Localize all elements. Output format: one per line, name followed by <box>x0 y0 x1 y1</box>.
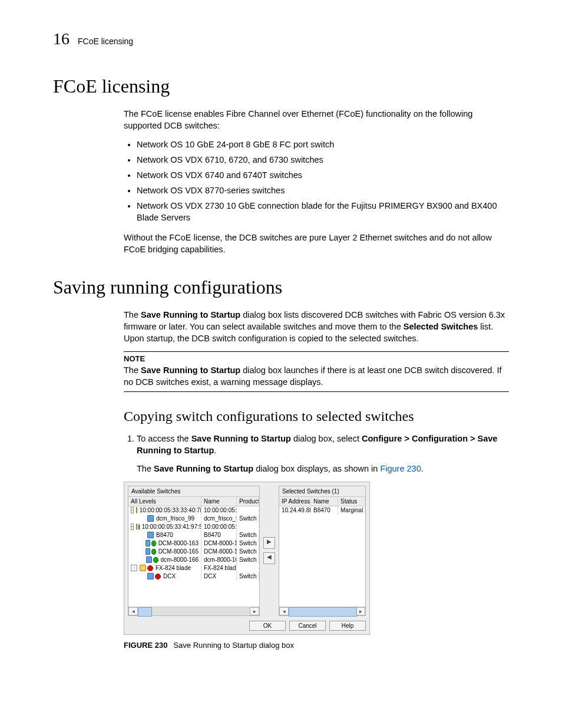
host-icon <box>140 565 146 571</box>
tree-node-label[interactable]: -FX-824 blade <box>128 564 201 572</box>
cell-name: dcm-8000-166 <box>201 555 237 564</box>
node-text: B8470 <box>156 532 173 538</box>
tree-node-label[interactable]: DCX <box>128 572 201 581</box>
paragraph: The Save Running to Startup dialog box l… <box>124 309 509 344</box>
status-dot-icon <box>151 541 156 546</box>
section-heading-fcoe: FCoE licensing <box>53 75 509 97</box>
col-status[interactable]: Status <box>338 497 365 506</box>
table-row[interactable]: dcm-8000-166dcm-8000-166Switch <box>128 556 259 564</box>
cell-name: DCM-8000-163 <box>201 539 237 548</box>
switch-icon <box>146 556 152 563</box>
ok-button[interactable]: OK <box>249 621 286 631</box>
cell-name: FX-824 blade <box>201 564 237 572</box>
chapter-number: 16 <box>53 29 70 48</box>
list-item: Network OS 10 GbE 24-port 8 GbE 8 FC por… <box>137 139 509 150</box>
text: . <box>214 446 216 455</box>
table-row[interactable]: -FX-824 bladeFX-824 blade <box>128 564 259 572</box>
col-name[interactable]: Name <box>201 497 237 506</box>
host-icon <box>136 507 137 513</box>
move-left-button[interactable]: ◀ <box>263 552 275 564</box>
table-row[interactable]: -10:00:00:05:33:33:40:7F10:00:00:05:… <box>128 506 259 515</box>
cell-product: Switch <box>237 539 259 548</box>
horizontal-scrollbar[interactable]: ◂ ▸ <box>128 607 259 615</box>
text-bold: Save Running to Startup <box>141 310 240 319</box>
expand-toggle-icon[interactable]: - <box>131 507 134 513</box>
col-ip[interactable]: IP Address <box>279 497 311 506</box>
table-row[interactable]: DCM-8000-165DCM-8000-165Switch <box>128 548 259 556</box>
page: 16 FCoE licensing FCoE licensing The FCo… <box>0 0 562 728</box>
text: The <box>124 365 141 375</box>
switch-icon <box>146 540 150 546</box>
status-dot-icon <box>153 557 158 563</box>
node-text: 10:00:00:05:33:33:40:7F <box>140 507 201 513</box>
paragraph: The Save Running to Startup dialog box d… <box>137 463 509 475</box>
save-running-dialog: Available Switches All Levels Name Produ… <box>124 482 370 635</box>
tree-node-label[interactable]: dcm_frisco_99 <box>128 514 201 523</box>
panel-title: Available Switches <box>128 486 259 497</box>
text-bold: Selected Switches <box>404 322 478 331</box>
help-button[interactable]: Help <box>329 621 366 631</box>
col-name[interactable]: Name <box>311 497 338 506</box>
cell-name: 10:00:00:05:… <box>201 506 237 515</box>
scroll-left-arrow-icon[interactable]: ◂ <box>128 607 138 615</box>
chapter-title: FCoE licensing <box>78 37 133 46</box>
subsection-heading: Copying switch configurations to selecte… <box>124 409 509 424</box>
col-all-levels[interactable]: All Levels <box>128 497 201 506</box>
table-row[interactable]: DCM-8000-163DCM-8000-163Switch <box>128 539 259 548</box>
status-dot-icon <box>138 524 140 530</box>
cell-name: dcm_frisco_99 <box>201 514 237 523</box>
status-dot-icon <box>155 574 161 579</box>
table-row[interactable]: 10.24.49.88B8470Marginal <box>279 506 365 515</box>
scroll-track[interactable] <box>138 607 250 615</box>
cell-name: DCX <box>201 572 237 581</box>
cell-name: B8470 <box>201 531 237 539</box>
table-row[interactable]: dcm_frisco_99dcm_frisco_99Switch <box>128 515 259 523</box>
column-headers: All Levels Name Product <box>128 497 259 506</box>
cell-product <box>237 567 259 569</box>
status-dot-icon <box>151 549 156 555</box>
scroll-thumb[interactable] <box>138 607 152 617</box>
text-bold: Save Running to Startup <box>191 434 291 443</box>
tree-node-label[interactable]: B8470 <box>128 531 201 539</box>
note-rule-top <box>124 351 509 352</box>
tree-node-label[interactable]: -10:00:00:05:33:33:40:7F <box>128 506 201 515</box>
figure-cross-ref[interactable]: Figure 230 <box>380 464 421 473</box>
tree-body[interactable]: -10:00:00:05:33:33:40:7F10:00:00:05:…dcm… <box>128 506 259 607</box>
cell-status: Marginal <box>338 506 365 515</box>
col-product[interactable]: Product <box>237 497 259 506</box>
table-row[interactable]: B8470B8470Switch <box>128 531 259 539</box>
selected-switches-panel: Selected Switches (1) IP Address Name St… <box>279 486 366 616</box>
running-header: 16 FCoE licensing <box>53 29 509 48</box>
expand-toggle-icon[interactable]: - <box>131 565 137 571</box>
list-item: Network OS VDX 6740 and 6740T switches <box>137 169 509 181</box>
move-right-button[interactable]: ▶ <box>263 537 275 549</box>
available-switches-panel: Available Switches All Levels Name Produ… <box>128 486 260 616</box>
text: To access the <box>137 434 191 443</box>
scroll-left-arrow-icon[interactable]: ◂ <box>279 607 289 615</box>
figure-number: FIGURE 230 <box>124 641 167 650</box>
section-heading-saving: Saving running configurations <box>53 276 509 298</box>
tree-body[interactable]: 10.24.49.88B8470Marginal <box>279 506 365 607</box>
text-bold: Save Running to Startup <box>154 464 253 473</box>
expand-toggle-icon[interactable]: - <box>131 523 134 530</box>
cancel-button[interactable]: Cancel <box>289 621 326 631</box>
tree-node-label[interactable]: DCM-8000-163 <box>128 539 201 548</box>
cell-product: Switch <box>237 572 259 581</box>
paragraph: The FCoE license enables Fibre Channel o… <box>124 108 509 131</box>
note-rule-bottom <box>124 391 509 392</box>
tree-node-label[interactable]: dcm-8000-166 <box>128 555 201 564</box>
node-text: dcm-8000-166 <box>161 556 199 563</box>
scroll-right-arrow-icon[interactable]: ▸ <box>356 607 365 615</box>
scroll-right-arrow-icon[interactable]: ▸ <box>250 607 259 615</box>
tree-node-label[interactable]: -10:00:00:05:33:41:97:50 <box>128 522 201 531</box>
tree-node-label[interactable]: DCM-8000-165 <box>128 547 201 556</box>
node-text: DCM-8000-163 <box>158 540 199 546</box>
horizontal-scrollbar[interactable]: ◂ ▸ <box>279 607 365 615</box>
scroll-thumb[interactable] <box>289 607 357 617</box>
scroll-track[interactable] <box>289 607 356 615</box>
cell-name: 10:00:00:05:… <box>201 522 237 531</box>
table-row[interactable]: -10:00:00:05:33:41:97:5010:00:00:05:… <box>128 523 259 531</box>
node-text: DCX <box>163 573 176 579</box>
node-text: DCM-8000-165 <box>158 548 199 555</box>
table-row[interactable]: DCXDCXSwitch <box>128 572 259 581</box>
